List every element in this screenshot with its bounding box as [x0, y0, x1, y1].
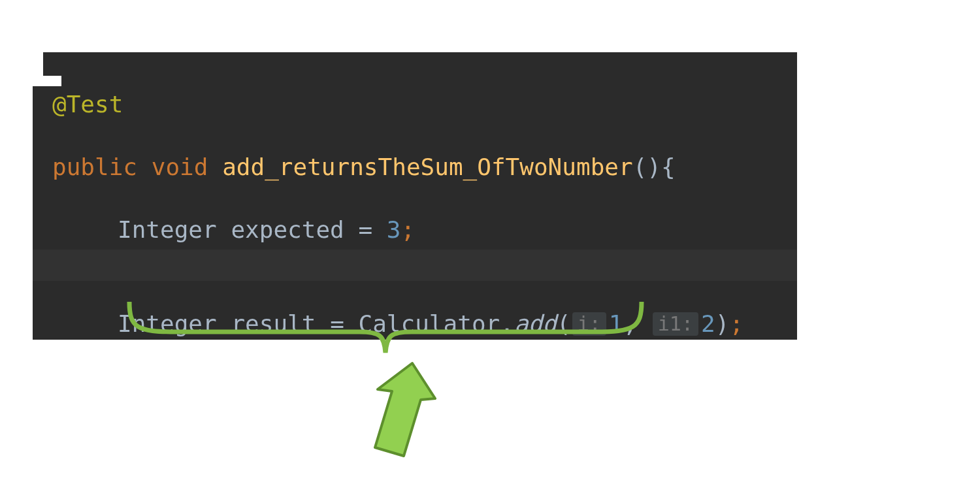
method-name: add_returnsTheSum_OfTwoNumber	[222, 154, 633, 180]
var-expected: expected	[231, 216, 344, 243]
keyword-void: void	[152, 154, 208, 180]
annotation-brace-icon	[124, 302, 647, 361]
literal-3: 3	[387, 216, 401, 243]
method-signature-open: (){	[633, 154, 676, 180]
annotation-test: @Test	[52, 91, 123, 118]
code-editor[interactable]: @Test public void add_returnsTheSum_OfTw…	[33, 52, 797, 340]
gutter-run-icon	[31, 47, 71, 93]
annotation-arrow-icon	[358, 358, 436, 469]
svg-marker-0	[375, 363, 435, 456]
type-integer-1: Integer	[118, 216, 217, 243]
param-hint-i1: i1:	[653, 312, 698, 336]
keyword-public: public	[52, 154, 137, 180]
literal-2: 2	[701, 310, 715, 337]
